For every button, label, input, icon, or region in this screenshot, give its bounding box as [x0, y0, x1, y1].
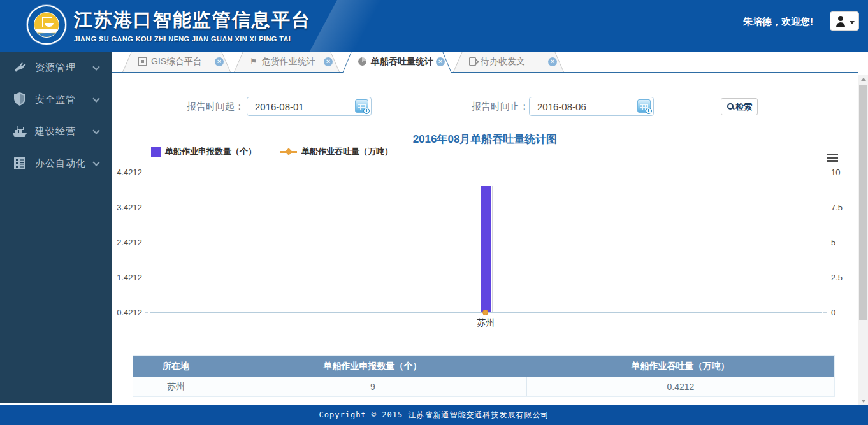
caret-down-icon	[850, 21, 855, 24]
report-end-field	[529, 97, 654, 116]
legend-item-declarations[interactable]: 单船作业申报数量（个）	[151, 146, 256, 157]
tab-close-icon[interactable]	[436, 57, 445, 66]
send-document-icon	[469, 57, 476, 66]
tab-dangerous-goods[interactable]: ⚑ 危货作业统计	[234, 52, 340, 72]
y-axis-left-tick: 2.4212	[104, 238, 142, 247]
report-start-input[interactable]	[247, 97, 372, 116]
search-icon	[727, 103, 735, 111]
chart-toolbox-dataview-icon[interactable]	[827, 154, 838, 162]
tab-label: 危货作业统计	[262, 56, 315, 68]
bar-declarations	[481, 186, 491, 312]
sidebar-item-resources[interactable]: 资源管理	[0, 52, 112, 83]
table-cell-throughput: 0.4212	[526, 377, 834, 396]
table-row: 苏州 9 0.4212	[133, 377, 834, 396]
chevron-down-icon	[92, 63, 99, 70]
table-header-row: 所在地 单船作业申报数量（个） 单船作业吞吐量（万吨）	[133, 356, 834, 377]
tab-label: 单船吞吐量统计	[371, 56, 433, 68]
sidebar-item-construction[interactable]: 建设经营	[0, 115, 112, 147]
footer: Copyright © 2015 江苏省新通智能交通科技发展有限公司	[0, 405, 868, 425]
summary-table: 所在地 单船作业申报数量（个） 单船作业吞吐量（万吨） 苏州 9 0.4212	[133, 355, 835, 397]
site-logo	[27, 5, 66, 45]
scrollbar-down-arrow-icon[interactable]	[858, 396, 868, 405]
y-axis-left-tick: 3.4212	[104, 203, 142, 212]
resources-icon	[11, 59, 28, 76]
page-subtitle: JIANG SU GANG KOU ZHI NENG JIAN GUAN XIN…	[74, 35, 311, 43]
y-axis-right-tick: 10	[831, 168, 857, 177]
tab-bar-underline	[112, 72, 858, 73]
x-axis-category-label: 苏州	[465, 317, 506, 329]
chart-legend: 单船作业申报数量（个） 单船作业吞吐量（万吨）	[151, 146, 393, 157]
copyright-text: Copyright © 2015 江苏省新通智能交通科技发展有限公司	[0, 405, 868, 425]
table-cell-location: 苏州	[133, 377, 219, 396]
tab-close-icon[interactable]	[548, 57, 557, 66]
tab-ship-throughput[interactable]: 单船吞吐量统计	[342, 52, 452, 73]
tab-bar: GIS综合平台 ⚑ 危货作业统计 单船吞吐量统计	[112, 52, 858, 73]
report-end-input[interactable]	[529, 97, 654, 116]
sidebar-item-label: 建设经营	[35, 126, 76, 138]
y-axis-left-tick: 4.4212	[104, 168, 142, 177]
search-button-label: 检索	[735, 101, 752, 113]
page-title: 江苏港口智能监管信息平台	[74, 8, 311, 33]
shield-icon	[11, 91, 28, 108]
app-root: 江苏港口智能监管信息平台 JIANG SU GANG KOU ZHI NENG …	[0, 0, 868, 425]
clock-icon	[646, 108, 652, 114]
y-axis-left-tick: 0.4212	[104, 308, 142, 317]
legend-label: 单船作业申报数量（个）	[165, 146, 256, 157]
oa-icon	[11, 155, 28, 171]
legend-label: 单船作业吞吐量（万吨）	[301, 146, 393, 157]
ship-icon	[11, 123, 28, 140]
user-menu-button[interactable]	[830, 11, 859, 31]
throughput-point	[482, 310, 488, 315]
brand: 江苏港口智能监管信息平台 JIANG SU GANG KOU ZHI NENG …	[74, 8, 311, 43]
gis-icon	[138, 57, 147, 66]
chart-title: 2016年08月单船吞吐量统计图	[112, 132, 858, 147]
chevron-down-icon	[92, 95, 99, 102]
legend-bar-swatch	[151, 147, 161, 157]
table-cell-declarations: 9	[219, 377, 526, 396]
table-header-declarations: 单船作业申报数量（个）	[219, 356, 526, 377]
flag-icon: ⚑	[250, 57, 257, 66]
sidebar-item-label: 安全监管	[35, 94, 76, 106]
sidebar-item-safety[interactable]: 安全监管	[0, 83, 112, 115]
user-greeting: 朱培德，欢迎您!	[743, 16, 813, 28]
sidebar-item-label: 资源管理	[35, 62, 76, 74]
tab-label: 待办收发文	[481, 56, 525, 68]
header: 江苏港口智能监管信息平台 JIANG SU GANG KOU ZHI NENG …	[0, 0, 868, 52]
tab-gis[interactable]: GIS综合平台	[122, 52, 231, 72]
calendar-icon[interactable]	[355, 99, 368, 113]
y-axis-right-tick: 2.5	[831, 273, 857, 282]
report-end-label: 报告时间止：	[468, 97, 529, 116]
sidebar: 资源管理 安全监管 建设经营 办公自动化	[0, 52, 112, 403]
tab-close-icon[interactable]	[324, 57, 333, 66]
sidebar-item-office[interactable]: 办公自动化	[0, 147, 112, 179]
clock-icon	[363, 108, 370, 114]
chevron-down-icon	[92, 127, 99, 134]
table-header-throughput: 单船作业吞吐量（万吨）	[526, 356, 834, 377]
chart-plot-area: 4.4212 3.4212 2.4212 1.4212 0.4212 10 7.…	[150, 173, 822, 313]
sidebar-item-label: 办公自动化	[35, 157, 86, 169]
y-axis-right-tick: 0	[831, 308, 857, 317]
scrollbar-up-arrow-icon[interactable]	[858, 75, 868, 84]
tab-pending-documents[interactable]: 待办收发文	[453, 52, 564, 72]
vertical-scrollbar[interactable]	[858, 75, 868, 405]
tab-close-icon[interactable]	[215, 57, 224, 66]
y-axis-left-tick: 1.4212	[104, 273, 142, 282]
user-icon	[835, 16, 846, 27]
logo-emblem	[34, 12, 59, 38]
tab-label: GIS综合平台	[151, 56, 202, 68]
report-start-label: 报告时间起：	[180, 97, 244, 116]
header-diagonal-accent	[303, 0, 385, 52]
legend-line-mark	[280, 147, 297, 157]
legend-item-throughput[interactable]: 单船作业吞吐量（万吨）	[280, 146, 393, 157]
chevron-down-icon	[92, 159, 99, 166]
pie-chart-icon	[358, 57, 366, 66]
y-axis-right-tick: 7.5	[831, 203, 857, 212]
y-axis-right-tick: 5	[831, 238, 857, 247]
calendar-icon[interactable]	[637, 99, 651, 113]
search-button[interactable]: 检索	[721, 98, 758, 115]
main-content: GIS综合平台 ⚑ 危货作业统计 单船吞吐量统计	[112, 52, 858, 405]
report-start-field	[247, 97, 372, 116]
scrollbar-thumb[interactable]	[859, 85, 867, 320]
table-header-location: 所在地	[133, 356, 219, 377]
